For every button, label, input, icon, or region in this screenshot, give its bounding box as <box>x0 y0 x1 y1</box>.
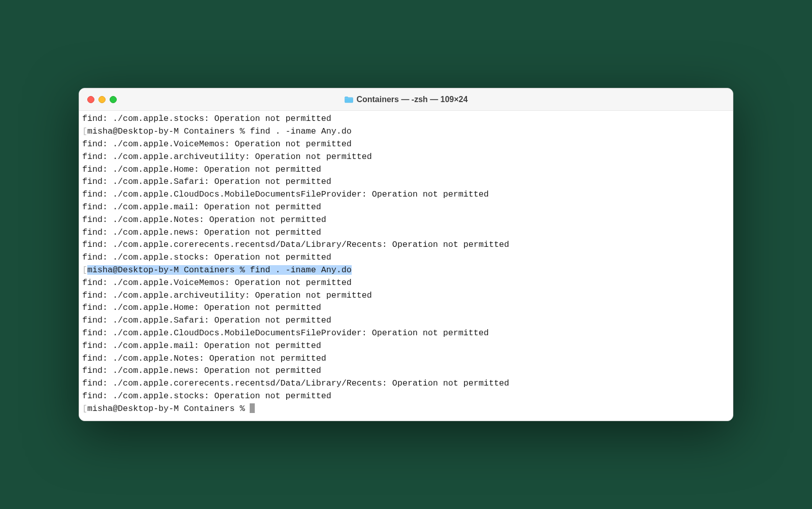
terminal-output-line: find: ./com.apple.Notes: Operation not p… <box>82 214 730 227</box>
bracket-icon: [ <box>82 126 87 136</box>
terminal-output-line: find: ./com.apple.CloudDocs.MobileDocume… <box>82 327 730 340</box>
terminal-output-line: find: ./com.apple.stocks: Operation not … <box>82 390 730 403</box>
maximize-button[interactable] <box>110 96 117 103</box>
terminal-output-line: find: ./com.apple.archiveutility: Operat… <box>82 290 730 302</box>
terminal-output[interactable]: find: ./com.apple.stocks: Operation not … <box>79 111 733 420</box>
terminal-output-line: find: ./com.apple.mail: Operation not pe… <box>82 201 730 214</box>
terminal-output-line: find: ./com.apple.Notes: Operation not p… <box>82 353 730 365</box>
terminal-output-line: find: ./com.apple.Safari: Operation not … <box>82 176 730 188</box>
window-title: Containers — -zsh — 109×24 <box>356 95 467 104</box>
terminal-output-line: find: ./com.apple.Home: Operation not pe… <box>82 302 730 314</box>
terminal-prompt-line: [misha@Desktop-by-M Containers % find . … <box>82 125 730 138</box>
selected-text[interactable]: misha@Desktop-by-M Containers % find . -… <box>87 265 352 275</box>
cursor <box>250 403 255 413</box>
terminal-output-line: find: ./com.apple.news: Operation not pe… <box>82 365 730 377</box>
bracket-icon: [ <box>82 404 87 413</box>
terminal-output-line: find: ./com.apple.corerecents.recentsd/D… <box>82 377 730 390</box>
window-title-group: Containers — -zsh — 109×24 <box>344 95 467 104</box>
bracket-icon: [ <box>82 265 87 275</box>
prompt-text: misha@Desktop-by-M Containers % <box>87 404 250 413</box>
terminal-window: Containers — -zsh — 109×24 find: ./com.a… <box>79 88 733 421</box>
terminal-output-line: find: ./com.apple.stocks: Operation not … <box>82 251 730 264</box>
folder-icon <box>344 96 353 103</box>
titlebar[interactable]: Containers — -zsh — 109×24 <box>79 88 733 111</box>
terminal-output-line: find: ./com.apple.Home: Operation not pe… <box>82 164 730 176</box>
traffic-lights <box>87 96 117 103</box>
terminal-output-line: find: ./com.apple.VoiceMemos: Operation … <box>82 138 730 151</box>
terminal-prompt-line: [misha@Desktop-by-M Containers % find . … <box>82 264 730 277</box>
terminal-output-line: find: ./com.apple.VoiceMemos: Operation … <box>82 277 730 290</box>
terminal-output-line: find: ./com.apple.stocks: Operation not … <box>82 113 730 125</box>
terminal-output-line: find: ./com.apple.news: Operation not pe… <box>82 227 730 239</box>
terminal-output-line: find: ./com.apple.CloudDocs.MobileDocume… <box>82 188 730 201</box>
terminal-prompt-line: [misha@Desktop-by-M Containers % <box>82 403 730 416</box>
terminal-output-line: find: ./com.apple.mail: Operation not pe… <box>82 340 730 353</box>
terminal-output-line: find: ./com.apple.Safari: Operation not … <box>82 314 730 327</box>
close-button[interactable] <box>87 96 94 103</box>
terminal-output-line: find: ./com.apple.corerecents.recentsd/D… <box>82 239 730 251</box>
minimize-button[interactable] <box>98 96 106 103</box>
terminal-output-line: find: ./com.apple.archiveutility: Operat… <box>82 151 730 164</box>
prompt-text: misha@Desktop-by-M Containers % find . -… <box>87 126 352 136</box>
